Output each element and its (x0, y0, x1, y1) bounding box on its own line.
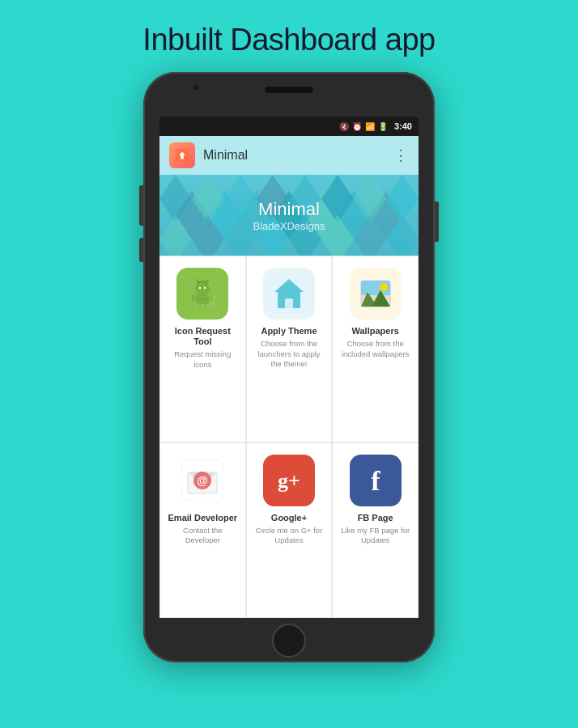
email-dev-subtitle: Contact the Developer (167, 526, 239, 546)
phone-top-bar (143, 72, 435, 116)
grid-item-fb-page[interactable]: f FB Page Like my FB page for Updates (332, 442, 419, 618)
dashboard-grid: Icon Request Tool Request missing icons … (159, 256, 419, 618)
status-bar: 🔇 ⏰ 📶 🔋 3:40 (159, 116, 419, 136)
apply-theme-icon (263, 268, 315, 320)
volume-down-button (139, 238, 143, 262)
signal-icon: 📶 (365, 122, 375, 131)
google-plus-title: Google+ (271, 513, 307, 523)
grid-item-apply-theme[interactable]: Apply Theme Choose from the launchers to… (246, 256, 333, 442)
header-app-author: BladeXDesigns (253, 220, 325, 232)
apply-theme-subtitle: Choose from the launchers to apply the t… (253, 339, 325, 369)
email-dev-icon: @ (176, 455, 228, 506)
fb-page-icon: f (350, 455, 402, 506)
wallpapers-subtitle: Choose from the included wallpapers (339, 339, 411, 359)
app-toolbar: Minimal ⋮ (159, 136, 419, 175)
svg-rect-38 (196, 298, 209, 300)
google-plus-icon: g+ (263, 455, 315, 506)
icon-request-subtitle: Request missing icons (167, 349, 239, 370)
alarm-icon: ⏰ (352, 122, 362, 131)
svg-point-31 (196, 279, 198, 281)
apply-theme-title: Apply Theme (261, 326, 317, 336)
svg-rect-34 (192, 294, 195, 302)
wallpapers-icon (350, 268, 402, 320)
toolbar-menu-icon[interactable]: ⋮ (393, 146, 409, 164)
phone-mockup: 🔇 ⏰ 📶 🔋 3:40 Minimal ⋮ (143, 72, 435, 662)
speaker-grille (265, 87, 313, 93)
phone-screen: 🔇 ⏰ 📶 🔋 3:40 Minimal ⋮ (159, 116, 419, 618)
fb-page-title: FB Page (358, 513, 393, 523)
mute-icon: 🔇 (339, 122, 349, 131)
svg-point-32 (207, 279, 209, 281)
status-icons: 🔇 ⏰ 📶 🔋 3:40 (339, 121, 412, 131)
fb-page-subtitle: Like my FB page for Updates (339, 526, 411, 546)
email-dev-title: Email Developer (168, 513, 238, 523)
svg-text:f: f (371, 466, 380, 496)
svg-point-26 (195, 282, 210, 295)
icon-request-icon (176, 268, 228, 320)
svg-point-46 (380, 283, 388, 291)
svg-rect-42 (285, 298, 293, 308)
grid-item-wallpapers[interactable]: Wallpapers Choose from the included wall… (332, 256, 419, 442)
phone-bottom-bar (143, 618, 435, 662)
app-icon (169, 142, 195, 168)
icon-request-title: Icon Request Tool (167, 326, 239, 347)
grid-item-icon-request[interactable]: Icon Request Tool Request missing icons (159, 256, 246, 442)
wallpapers-title: Wallpapers (352, 326, 399, 336)
grid-item-email-dev[interactable]: @ Email Developer Contact the Developer (159, 442, 246, 618)
svg-point-28 (204, 287, 206, 289)
front-camera (192, 83, 200, 91)
svg-point-27 (199, 287, 201, 289)
volume-up-button (139, 185, 143, 226)
power-button (435, 201, 439, 242)
toolbar-title: Minimal (203, 148, 393, 163)
battery-icon: 🔋 (378, 122, 388, 131)
google-plus-subtitle: Circle me on G+ for Updates (253, 526, 325, 546)
home-button[interactable] (272, 624, 306, 658)
grid-item-google-plus[interactable]: g+ Google+ Circle me on G+ for Updates (246, 442, 333, 618)
status-time: 3:40 (394, 121, 412, 131)
svg-text:@: @ (198, 474, 209, 487)
header-app-name: Minimal (258, 199, 320, 220)
header-section: Minimal BladeXDesigns (159, 175, 419, 256)
svg-text:g+: g+ (278, 469, 300, 493)
page-title: Inbuilt Dashboard app (142, 23, 435, 57)
